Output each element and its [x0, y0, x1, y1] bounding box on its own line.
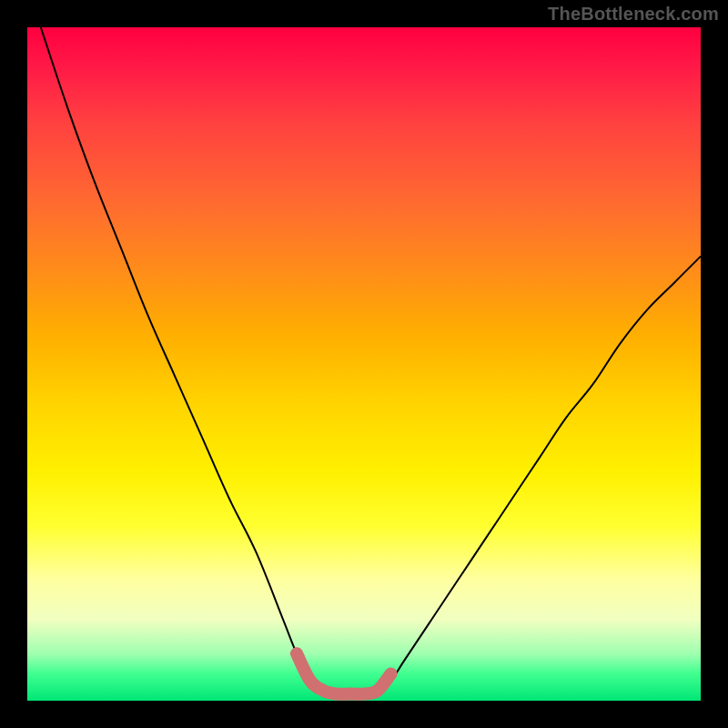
watermark-text: TheBottleneck.com	[548, 4, 719, 25]
line-right-curve	[378, 257, 701, 691]
chart-container: TheBottleneck.com	[0, 0, 728, 728]
line-left-curve	[41, 27, 324, 691]
chart-svg	[27, 27, 701, 701]
valley-highlight	[297, 653, 391, 694]
plot-area	[27, 27, 701, 701]
